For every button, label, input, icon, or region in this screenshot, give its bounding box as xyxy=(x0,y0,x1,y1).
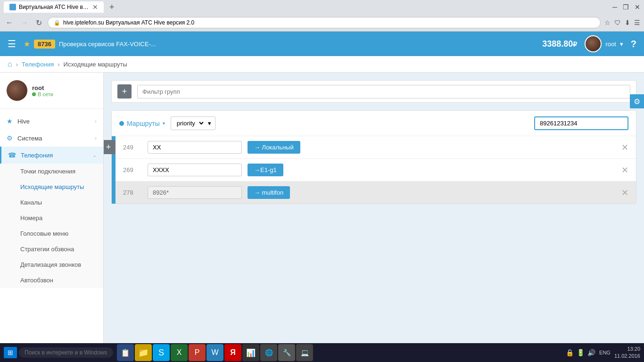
sidebar-avatar xyxy=(7,80,27,101)
taskbar-app-word[interactable]: W xyxy=(206,344,223,361)
subnav-connections[interactable]: Точки подключения xyxy=(0,164,103,179)
sidebar-hive-label: Hive xyxy=(17,118,30,125)
help-button[interactable]: ? xyxy=(631,39,636,49)
route-pattern-input[interactable] xyxy=(148,164,242,176)
telephony-icon: ☎ xyxy=(8,151,16,159)
settings-cog-button[interactable]: ⚙ xyxy=(630,94,644,108)
routes-panel: Маршруты ▾ priority ▾ + xyxy=(111,110,636,204)
route-destination-button[interactable]: →E1-g1 xyxy=(248,164,283,176)
taskbar-app-misc4[interactable]: 💻 xyxy=(296,344,313,361)
breadcrumb-telephony-link[interactable]: Телефония xyxy=(22,61,54,68)
header-right: 3388.80₽ root ▾ ? xyxy=(542,35,636,52)
refresh-button[interactable]: ↻ xyxy=(34,17,44,28)
menu-icon[interactable]: ☰ xyxy=(634,19,640,26)
browser-tab[interactable]: Виртуальная АТС Hive ве... ✕ xyxy=(4,1,104,13)
content-area: + Маршруты ▾ priority ▾ xyxy=(104,73,644,362)
avatar-image xyxy=(586,36,601,51)
taskbar-app-explorer[interactable]: 📁 xyxy=(135,344,152,361)
hamburger-menu-button[interactable]: ☰ xyxy=(8,38,16,49)
minimize-button[interactable]: ─ xyxy=(612,3,617,11)
add-group-button[interactable]: + xyxy=(117,84,132,99)
sidebar-item-telephony[interactable]: ☎ Телефония ⌄ xyxy=(0,147,103,164)
taskbar-system-icons: 🔒 🔋 🔊 xyxy=(566,349,595,356)
ysafe-icon: 🛡 xyxy=(614,19,621,26)
sidebar-system-label: Система xyxy=(17,135,42,142)
taskbar-app-yandex[interactable]: Я xyxy=(224,344,241,361)
route-search-input[interactable] xyxy=(534,116,628,130)
browser-toolbar: ← → ↻ 🔒 hive.iptelefon.su Виртуальная АТ… xyxy=(0,14,644,31)
sidebar-item-system[interactable]: ⚙ Система › xyxy=(0,130,103,147)
route-pattern-input[interactable] xyxy=(148,141,242,154)
breadcrumb-sep1: › xyxy=(16,61,18,68)
add-route-button[interactable]: + xyxy=(104,140,116,154)
taskbar-app-files[interactable]: 📋 xyxy=(117,344,134,361)
route-delete-button[interactable]: ✕ xyxy=(621,142,628,153)
sort-select-container[interactable]: priority ▾ xyxy=(171,116,215,130)
routes-body: + 249 → Локальный ✕ 269 xyxy=(112,136,636,204)
route-id: 278 xyxy=(123,189,142,196)
tab-favicon xyxy=(9,4,16,10)
table-row: 249 → Локальный ✕ xyxy=(116,136,636,159)
routes-header: Маршруты ▾ priority ▾ xyxy=(112,111,636,136)
telephony-arrow-icon: ⌄ xyxy=(92,152,97,158)
status-dot-icon xyxy=(32,92,36,96)
subnav-dialstrategy[interactable]: Стратегии обзвона xyxy=(0,241,103,257)
app: ☰ ★ 8736 Проверка сервисов FAX-VOICE-...… xyxy=(0,32,644,362)
sidebar-item-hive[interactable]: ★ Hive › xyxy=(0,113,103,130)
download-icon[interactable]: ⬇ xyxy=(625,19,630,26)
taskbar-app-powerpoint[interactable]: P xyxy=(189,344,206,361)
subnav-calldetail[interactable]: Детализация звонков xyxy=(0,257,103,272)
route-id: 249 xyxy=(123,144,142,151)
start-button[interactable]: ⊞ xyxy=(4,347,17,358)
taskbar-time-display: 13:20 xyxy=(614,346,640,353)
network-icon: 🔒 xyxy=(566,349,574,356)
user-avatar xyxy=(585,35,602,52)
address-bar[interactable]: 🔒 hive.iptelefon.su Виртуальная АТС Hive… xyxy=(48,17,601,28)
bookmark-icon[interactable]: ☆ xyxy=(604,19,611,26)
breadcrumb-home-icon[interactable]: ⌂ xyxy=(8,60,12,68)
taskbar-search-input[interactable] xyxy=(19,347,113,358)
route-pattern-input[interactable] xyxy=(148,186,242,199)
table-row: 269 →E1-g1 ✕ xyxy=(116,159,636,181)
subnav-autodialer[interactable]: Автообзвон xyxy=(0,272,103,288)
subnav-ivr[interactable]: Голосовые меню xyxy=(0,226,103,241)
breadcrumb-sep2: › xyxy=(58,61,59,68)
sort-caret-icon: ▾ xyxy=(208,120,211,127)
taskbar-app-excel[interactable]: X xyxy=(171,344,188,361)
route-destination-button[interactable]: → Локальный xyxy=(248,141,300,154)
user-menu-button[interactable]: root ▾ xyxy=(585,35,623,52)
route-destination-button[interactable]: → multifon xyxy=(248,186,290,199)
restore-button[interactable]: ❐ xyxy=(623,3,629,11)
tab-close-icon[interactable]: ✕ xyxy=(92,3,98,11)
taskbar-app-skype[interactable]: S xyxy=(153,344,170,361)
forward-button[interactable]: → xyxy=(19,17,30,28)
table-row: 278 → multifon ✕ xyxy=(116,181,636,204)
sidebar-nav: ★ Hive › ⚙ Система › ☎ Телефония xyxy=(0,109,103,292)
routes-dropdown-button[interactable]: Маршруты ▾ xyxy=(119,120,165,127)
taskbar-clock: 13:20 11.02.2016 xyxy=(614,346,640,360)
taskbar-app-misc1[interactable]: 📊 xyxy=(242,344,259,361)
route-delete-button[interactable]: ✕ xyxy=(621,165,628,175)
subnav-channels[interactable]: Каналы xyxy=(0,195,103,210)
sort-select-input[interactable]: priority xyxy=(175,119,205,127)
routes-left-bar: + xyxy=(112,136,116,204)
nav-item-left: ★ Hive xyxy=(7,117,30,125)
system-arrow-icon: › xyxy=(95,135,97,141)
close-button[interactable]: ✕ xyxy=(635,3,640,11)
browser-chrome: Виртуальная АТС Hive ве... ✕ + ─ ❐ ✕ ← →… xyxy=(0,0,644,32)
new-tab-button[interactable]: + xyxy=(106,0,118,14)
routes-dot-icon xyxy=(119,121,124,126)
filter-groups-input[interactable] xyxy=(137,85,630,99)
back-button[interactable]: ← xyxy=(4,17,15,28)
volume-icon: 🔊 xyxy=(587,349,595,356)
taskbar-app-misc2[interactable]: 🌐 xyxy=(260,344,277,361)
taskbar-app-misc3[interactable]: 🔧 xyxy=(278,344,295,361)
filter-bar: + xyxy=(111,80,636,103)
route-delete-button[interactable]: ✕ xyxy=(621,188,628,198)
notification-number[interactable]: 8736 xyxy=(34,40,55,49)
subnav-outbound[interactable]: Исходящие маршруты xyxy=(0,179,103,195)
subnav-numbers[interactable]: Номера xyxy=(0,210,103,226)
lock-icon: 🔒 xyxy=(54,20,60,26)
taskbar-right: 🔒 🔋 🔊 ENG 13:20 11.02.2016 xyxy=(566,346,640,360)
sidebar-user-section: root В сети xyxy=(0,73,103,109)
